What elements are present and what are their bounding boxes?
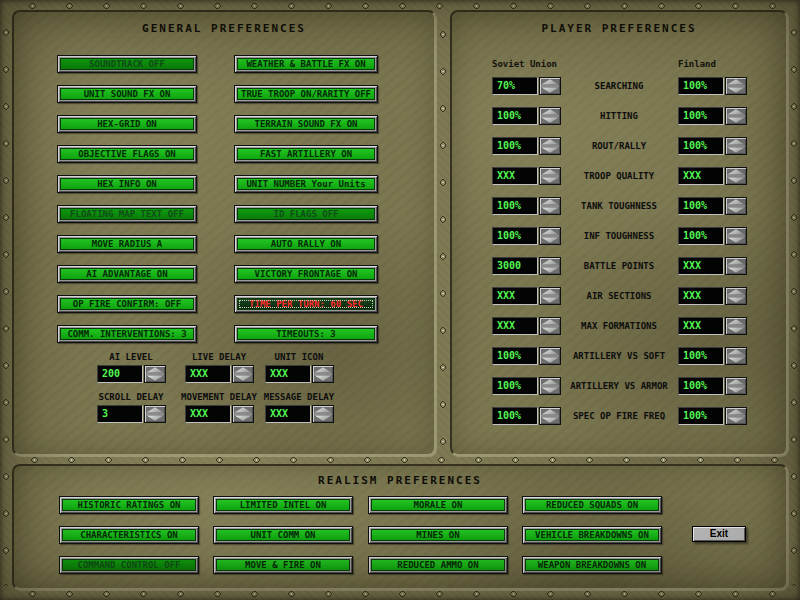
- spin-up-arrow[interactable]: [727, 79, 745, 85]
- spin-down-arrow[interactable]: [541, 147, 559, 153]
- toggle-op-fire-confirm[interactable]: OP FIRE CONFIRM: OFF: [57, 295, 197, 313]
- toggle-objective-flags[interactable]: OBJECTIVE FLAGS ON: [57, 145, 197, 163]
- spin-up-arrow[interactable]: [314, 407, 332, 413]
- spin-down-arrow[interactable]: [727, 387, 745, 393]
- spin-up-arrow[interactable]: [727, 289, 745, 295]
- up-triangle-icon: [146, 407, 164, 413]
- spin-down-arrow[interactable]: [541, 327, 559, 333]
- toggle-mines[interactable]: MINES ON: [368, 526, 508, 544]
- spin-up-arrow[interactable]: [541, 139, 559, 145]
- toggle-comm-interventions[interactable]: COMM. INTERVENTIONS: 3: [57, 325, 197, 343]
- spin-up-arrow[interactable]: [541, 259, 559, 265]
- spin-up-arrow[interactable]: [541, 169, 559, 175]
- spin-down-arrow[interactable]: [727, 147, 745, 153]
- toggle-move-radius[interactable]: MOVE RADIUS A: [57, 235, 197, 253]
- spin-up-arrow[interactable]: [727, 349, 745, 355]
- spin-down-arrow[interactable]: [541, 237, 559, 243]
- spin-down-arrow[interactable]: [727, 417, 745, 423]
- spin-down-arrow[interactable]: [314, 415, 332, 421]
- spin-down-arrow[interactable]: [234, 415, 252, 421]
- spin-down-arrow[interactable]: [727, 117, 745, 123]
- spin-up-arrow[interactable]: [541, 199, 559, 205]
- toggle-terrain-sound-fx[interactable]: TERRAIN SOUND FX ON: [234, 115, 378, 133]
- toggle-id-flags[interactable]: ID FLAGS OFF: [234, 205, 378, 223]
- spin-up-arrow[interactable]: [234, 407, 252, 413]
- up-triangle-icon: [541, 169, 559, 175]
- spin-up-arrow[interactable]: [727, 109, 745, 115]
- toggle-unit-comm[interactable]: UNIT COMM ON: [213, 526, 353, 544]
- spin-up-arrow[interactable]: [727, 409, 745, 415]
- toggle-weather-battle-fx[interactable]: WEATHER & BATTLE FX ON: [234, 55, 378, 73]
- toggle-floating-map-text[interactable]: FLOATING MAP TEXT OFF: [57, 205, 197, 223]
- toggle-reduced-squads[interactable]: REDUCED SQUADS ON: [522, 496, 662, 514]
- spin-down-arrow[interactable]: [541, 387, 559, 393]
- toggle-fast-artillery[interactable]: FAST ARTILLERY ON: [234, 145, 378, 163]
- spin-down-arrow[interactable]: [541, 87, 559, 93]
- spin-up-arrow[interactable]: [541, 319, 559, 325]
- spin-down-arrow[interactable]: [146, 415, 164, 421]
- spin-up-arrow[interactable]: [541, 409, 559, 415]
- spin-up-arrow[interactable]: [541, 229, 559, 235]
- toggle-unit-sound-fx[interactable]: UNIT SOUND FX ON: [57, 85, 197, 103]
- spin-down-arrow[interactable]: [727, 357, 745, 363]
- spin-up-arrow[interactable]: [727, 259, 745, 265]
- spin-down-arrow[interactable]: [146, 375, 164, 381]
- toggle-true-troop-rarity[interactable]: TRUE TROOP ON/RARITY OFF: [234, 85, 378, 103]
- toggle-morale[interactable]: MORALE ON: [368, 496, 508, 514]
- toggle-reduced-ammo[interactable]: REDUCED AMMO ON: [368, 556, 508, 574]
- toggle-victory-frontage[interactable]: VICTORY FRONTAGE ON: [234, 265, 378, 283]
- spin-down-arrow[interactable]: [541, 207, 559, 213]
- toggle-characteristics[interactable]: CHARACTERISTICS ON: [59, 526, 199, 544]
- spin-down-arrow[interactable]: [541, 267, 559, 273]
- toggle-ai-advantage[interactable]: AI ADVANTAGE ON: [57, 265, 197, 283]
- live-delay-value: XXX: [185, 365, 231, 383]
- spin-up-arrow[interactable]: [146, 407, 164, 413]
- spin-down-arrow[interactable]: [727, 297, 745, 303]
- spin-down-arrow[interactable]: [727, 327, 745, 333]
- exit-button[interactable]: Exit: [692, 526, 746, 542]
- inf-toughness-p1-spinner: 100%: [492, 227, 561, 245]
- toggle-hex-info[interactable]: HEX INFO ON: [57, 175, 197, 193]
- spin-up-arrow[interactable]: [727, 169, 745, 175]
- spin-down-arrow[interactable]: [314, 375, 332, 381]
- spin-up-arrow[interactable]: [727, 199, 745, 205]
- toggle-unit-number[interactable]: UNIT NUMBER Your Units: [234, 175, 378, 193]
- spin-down-arrow[interactable]: [727, 207, 745, 213]
- spin-up-arrow[interactable]: [541, 379, 559, 385]
- spin-up-arrow[interactable]: [727, 229, 745, 235]
- spin-up-arrow[interactable]: [234, 367, 252, 373]
- spin-down-arrow[interactable]: [541, 357, 559, 363]
- toggle-historic-ratings[interactable]: HISTORIC RATINGS ON: [59, 496, 199, 514]
- spin-down-arrow[interactable]: [727, 237, 745, 243]
- spin-down-arrow[interactable]: [541, 297, 559, 303]
- spin-up-arrow[interactable]: [727, 139, 745, 145]
- toggle-time-per-turn[interactable]: TIME PER TURN: 60 SEC: [234, 295, 378, 313]
- spin-up-arrow[interactable]: [727, 319, 745, 325]
- spin-down-arrow[interactable]: [727, 87, 745, 93]
- spin-up-arrow[interactable]: [727, 379, 745, 385]
- spin-down-arrow[interactable]: [234, 375, 252, 381]
- battle-points-p2-spinner: XXX: [678, 257, 747, 275]
- spin-up-arrow[interactable]: [541, 79, 559, 85]
- toggle-hex-grid[interactable]: HEX-GRID ON: [57, 115, 197, 133]
- toggle-move-and-fire[interactable]: MOVE & FIRE ON: [213, 556, 353, 574]
- toggle-limited-intel[interactable]: LIMITED INTEL ON: [213, 496, 353, 514]
- spinner-arrows: [725, 317, 747, 335]
- spin-down-arrow[interactable]: [727, 267, 745, 273]
- toggle-vehicle-breakdowns[interactable]: VEHICLE BREAKDOWNS ON: [522, 526, 662, 544]
- toggle-soundtrack[interactable]: SOUNDTRACK OFF: [57, 55, 197, 73]
- spin-up-arrow[interactable]: [541, 349, 559, 355]
- spin-down-arrow[interactable]: [541, 117, 559, 123]
- spin-up-arrow[interactable]: [541, 109, 559, 115]
- spin-down-arrow[interactable]: [727, 177, 745, 183]
- spin-down-arrow[interactable]: [541, 417, 559, 423]
- toggle-command-control[interactable]: COMMAND CONTROL OFF: [59, 556, 199, 574]
- toggle-timeouts[interactable]: TIMEOUTS: 3: [234, 325, 378, 343]
- toggle-weapon-breakdowns[interactable]: WEAPON BREAKDOWNS ON: [522, 556, 662, 574]
- spin-up-arrow[interactable]: [314, 367, 332, 373]
- spin-up-arrow[interactable]: [146, 367, 164, 373]
- spin-up-arrow[interactable]: [541, 289, 559, 295]
- toggle-auto-rally[interactable]: AUTO RALLY ON: [234, 235, 378, 253]
- spin-down-arrow[interactable]: [541, 177, 559, 183]
- rivets-bottom: [14, 590, 786, 598]
